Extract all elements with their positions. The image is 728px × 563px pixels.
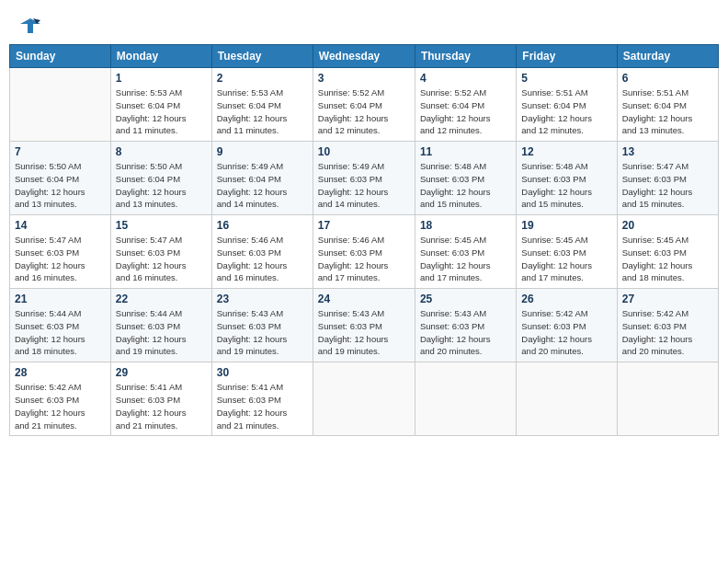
calendar-cell: 2Sunrise: 5:53 AM Sunset: 6:04 PM Daylig… xyxy=(211,68,313,142)
calendar-cell xyxy=(617,362,718,436)
calendar-cell: 8Sunrise: 5:50 AM Sunset: 6:04 PM Daylig… xyxy=(110,142,211,215)
calendar-cell xyxy=(313,362,415,436)
day-info: Sunrise: 5:48 AM Sunset: 6:03 PM Dayligh… xyxy=(420,160,511,211)
day-info: Sunrise: 5:50 AM Sunset: 6:04 PM Dayligh… xyxy=(15,160,106,211)
calendar-cell: 25Sunrise: 5:43 AM Sunset: 6:03 PM Dayli… xyxy=(415,289,516,362)
day-info: Sunrise: 5:43 AM Sunset: 6:03 PM Dayligh… xyxy=(318,307,410,358)
calendar-cell: 6Sunrise: 5:51 AM Sunset: 6:04 PM Daylig… xyxy=(617,68,718,142)
calendar-cell: 30Sunrise: 5:41 AM Sunset: 6:03 PM Dayli… xyxy=(211,362,313,436)
day-number: 16 xyxy=(217,219,308,232)
day-header-monday: Monday xyxy=(110,45,211,68)
calendar-cell: 9Sunrise: 5:49 AM Sunset: 6:04 PM Daylig… xyxy=(211,142,313,215)
day-number: 1 xyxy=(116,72,207,85)
day-info: Sunrise: 5:46 AM Sunset: 6:03 PM Dayligh… xyxy=(318,234,410,284)
day-info: Sunrise: 5:45 AM Sunset: 6:03 PM Dayligh… xyxy=(420,234,511,284)
day-header-friday: Friday xyxy=(517,45,617,68)
week-row-4: 21Sunrise: 5:44 AM Sunset: 6:03 PM Dayli… xyxy=(10,289,719,362)
day-info: Sunrise: 5:41 AM Sunset: 6:03 PM Dayligh… xyxy=(116,381,207,431)
day-info: Sunrise: 5:46 AM Sunset: 6:03 PM Dayligh… xyxy=(217,234,308,284)
day-info: Sunrise: 5:53 AM Sunset: 6:04 PM Dayligh… xyxy=(116,86,207,137)
logo xyxy=(18,17,40,35)
day-number: 23 xyxy=(217,293,308,305)
day-info: Sunrise: 5:45 AM Sunset: 6:03 PM Dayligh… xyxy=(521,234,611,284)
calendar-cell: 3Sunrise: 5:52 AM Sunset: 6:04 PM Daylig… xyxy=(313,68,415,142)
day-info: Sunrise: 5:51 AM Sunset: 6:04 PM Dayligh… xyxy=(622,86,713,137)
bird-icon xyxy=(20,17,40,35)
calendar-cell: 11Sunrise: 5:48 AM Sunset: 6:03 PM Dayli… xyxy=(415,142,516,215)
calendar-cell: 23Sunrise: 5:43 AM Sunset: 6:03 PM Dayli… xyxy=(211,289,313,362)
day-info: Sunrise: 5:47 AM Sunset: 6:03 PM Dayligh… xyxy=(622,160,713,211)
day-number: 20 xyxy=(622,219,713,232)
day-number: 10 xyxy=(318,145,410,158)
day-number: 19 xyxy=(521,219,611,232)
day-number: 29 xyxy=(116,366,207,379)
day-header-saturday: Saturday xyxy=(617,45,718,68)
day-number: 15 xyxy=(116,219,207,232)
day-number: 7 xyxy=(15,145,106,158)
calendar-cell: 27Sunrise: 5:42 AM Sunset: 6:03 PM Dayli… xyxy=(617,289,718,362)
day-number: 26 xyxy=(521,293,611,305)
calendar-cell: 20Sunrise: 5:45 AM Sunset: 6:03 PM Dayli… xyxy=(617,215,718,289)
day-number: 22 xyxy=(116,293,207,305)
day-number: 24 xyxy=(318,293,410,305)
day-info: Sunrise: 5:47 AM Sunset: 6:03 PM Dayligh… xyxy=(15,234,106,284)
header-row: SundayMondayTuesdayWednesdayThursdayFrid… xyxy=(10,45,719,68)
day-number: 21 xyxy=(15,293,106,305)
day-number: 28 xyxy=(15,366,106,379)
day-info: Sunrise: 5:44 AM Sunset: 6:03 PM Dayligh… xyxy=(116,307,207,358)
calendar-cell: 17Sunrise: 5:46 AM Sunset: 6:03 PM Dayli… xyxy=(313,215,415,289)
day-number: 30 xyxy=(217,366,308,379)
day-number: 4 xyxy=(420,72,511,85)
day-info: Sunrise: 5:42 AM Sunset: 6:03 PM Dayligh… xyxy=(622,307,713,358)
day-number: 8 xyxy=(116,145,207,158)
day-number: 13 xyxy=(622,145,713,158)
calendar-cell: 15Sunrise: 5:47 AM Sunset: 6:03 PM Dayli… xyxy=(110,215,211,289)
day-header-tuesday: Tuesday xyxy=(211,45,313,68)
calendar-cell: 13Sunrise: 5:47 AM Sunset: 6:03 PM Dayli… xyxy=(617,142,718,215)
day-header-thursday: Thursday xyxy=(415,45,516,68)
week-row-2: 7Sunrise: 5:50 AM Sunset: 6:04 PM Daylig… xyxy=(10,142,719,215)
calendar-cell: 19Sunrise: 5:45 AM Sunset: 6:03 PM Dayli… xyxy=(517,215,617,289)
day-number: 17 xyxy=(318,219,410,232)
day-number: 3 xyxy=(318,72,410,85)
calendar-cell: 16Sunrise: 5:46 AM Sunset: 6:03 PM Dayli… xyxy=(211,215,313,289)
calendar-cell: 21Sunrise: 5:44 AM Sunset: 6:03 PM Dayli… xyxy=(10,289,111,362)
calendar-cell xyxy=(415,362,516,436)
calendar-cell: 29Sunrise: 5:41 AM Sunset: 6:03 PM Dayli… xyxy=(110,362,211,436)
calendar-cell xyxy=(517,362,617,436)
day-info: Sunrise: 5:49 AM Sunset: 6:04 PM Dayligh… xyxy=(217,160,308,211)
day-info: Sunrise: 5:42 AM Sunset: 6:03 PM Dayligh… xyxy=(521,307,611,358)
week-row-1: 1Sunrise: 5:53 AM Sunset: 6:04 PM Daylig… xyxy=(10,68,719,142)
day-header-sunday: Sunday xyxy=(10,45,111,68)
day-info: Sunrise: 5:51 AM Sunset: 6:04 PM Dayligh… xyxy=(521,86,611,137)
day-info: Sunrise: 5:50 AM Sunset: 6:04 PM Dayligh… xyxy=(116,160,207,211)
day-number: 5 xyxy=(521,72,611,85)
day-number: 2 xyxy=(217,72,308,85)
calendar-cell: 4Sunrise: 5:52 AM Sunset: 6:04 PM Daylig… xyxy=(415,68,516,142)
page-header xyxy=(9,9,719,39)
day-number: 14 xyxy=(15,219,106,232)
calendar-cell: 24Sunrise: 5:43 AM Sunset: 6:03 PM Dayli… xyxy=(313,289,415,362)
calendar-cell: 7Sunrise: 5:50 AM Sunset: 6:04 PM Daylig… xyxy=(10,142,111,215)
day-info: Sunrise: 5:44 AM Sunset: 6:03 PM Dayligh… xyxy=(15,307,106,358)
calendar-cell xyxy=(10,68,111,142)
day-header-wednesday: Wednesday xyxy=(313,45,415,68)
day-info: Sunrise: 5:52 AM Sunset: 6:04 PM Dayligh… xyxy=(318,86,410,137)
calendar-table: SundayMondayTuesdayWednesdayThursdayFrid… xyxy=(9,44,719,436)
day-info: Sunrise: 5:47 AM Sunset: 6:03 PM Dayligh… xyxy=(116,234,207,284)
calendar-cell: 18Sunrise: 5:45 AM Sunset: 6:03 PM Dayli… xyxy=(415,215,516,289)
calendar-cell: 28Sunrise: 5:42 AM Sunset: 6:03 PM Dayli… xyxy=(10,362,111,436)
calendar-cell: 14Sunrise: 5:47 AM Sunset: 6:03 PM Dayli… xyxy=(10,215,111,289)
day-number: 12 xyxy=(521,145,611,158)
day-info: Sunrise: 5:52 AM Sunset: 6:04 PM Dayligh… xyxy=(420,86,511,137)
week-row-3: 14Sunrise: 5:47 AM Sunset: 6:03 PM Dayli… xyxy=(10,215,719,289)
calendar-cell: 12Sunrise: 5:48 AM Sunset: 6:03 PM Dayli… xyxy=(517,142,617,215)
day-number: 6 xyxy=(622,72,713,85)
day-info: Sunrise: 5:45 AM Sunset: 6:03 PM Dayligh… xyxy=(622,234,713,284)
calendar-cell: 5Sunrise: 5:51 AM Sunset: 6:04 PM Daylig… xyxy=(517,68,617,142)
day-number: 27 xyxy=(622,293,713,305)
day-number: 25 xyxy=(420,293,511,305)
week-row-5: 28Sunrise: 5:42 AM Sunset: 6:03 PM Dayli… xyxy=(10,362,719,436)
day-info: Sunrise: 5:41 AM Sunset: 6:03 PM Dayligh… xyxy=(217,381,308,431)
day-info: Sunrise: 5:43 AM Sunset: 6:03 PM Dayligh… xyxy=(217,307,308,358)
